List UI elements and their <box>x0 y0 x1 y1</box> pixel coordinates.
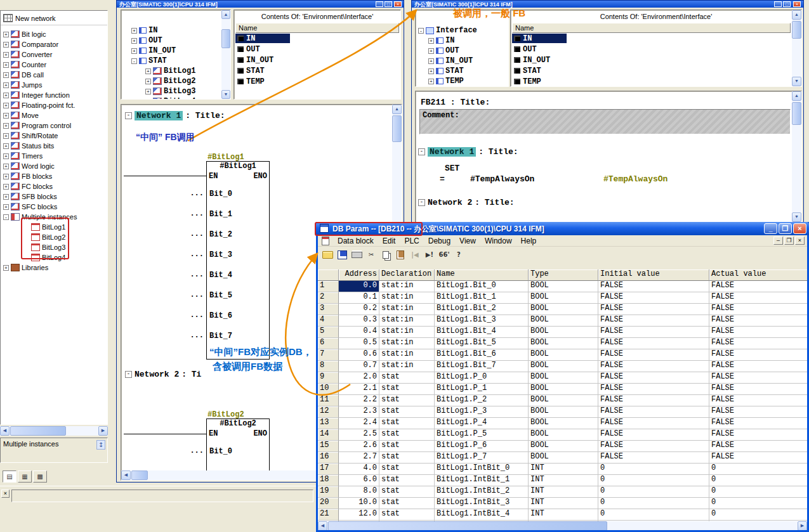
declaration-cell[interactable]: stat <box>379 384 435 395</box>
declaration-cell[interactable]: stat <box>379 452 435 464</box>
type-cell[interactable]: INT <box>529 498 598 509</box>
row-number-cell[interactable]: 4 <box>318 315 339 327</box>
scroll-right-button[interactable]: ▶ <box>798 521 807 530</box>
operand-placeholder[interactable]: ... <box>186 230 204 250</box>
row-number-cell[interactable]: 12 <box>318 406 339 418</box>
name-cell[interactable]: BitLog1.IntBit_4 <box>435 509 529 521</box>
operand-placeholder[interactable]: ... <box>186 290 204 311</box>
type-cell[interactable]: INT <box>529 486 598 498</box>
name-cell[interactable]: BitLog1.Bit_7 <box>435 361 529 372</box>
type-cell[interactable]: INT <box>529 475 598 486</box>
actual-value-cell[interactable]: FALSE <box>709 304 807 315</box>
table-row[interactable]: 19 8.0 stat BitLog1.IntBit_2 INT 0 0 <box>318 486 807 498</box>
row-number-cell[interactable]: 19 <box>318 486 339 498</box>
row-number-cell[interactable]: 13 <box>318 418 339 429</box>
name-cell[interactable]: BitLog1.Bit_2 <box>435 304 529 315</box>
expand-box[interactable]: + <box>131 38 137 44</box>
row-number-cell[interactable]: 15 <box>318 441 339 452</box>
table-row[interactable]: 9 2.0 stat BitLog1.P_0 BOOL FALSE FALSE <box>318 372 807 384</box>
fb-call-block-bitlog2[interactable]: #BitLog2 #BitLog2 EN ENO Bit_0 ... <box>206 410 270 472</box>
window-titlebar[interactable]: 办公室(SIMATIC 300(1)\CPU 314 IFM] _ □ × <box>412 1 803 8</box>
scroll-up-button[interactable]: ▲ <box>792 10 801 20</box>
contents-list-item[interactable]: OUT <box>235 44 399 55</box>
tree-item[interactable]: + Counter <box>1 60 107 70</box>
row-number-cell[interactable]: 3 <box>318 304 339 315</box>
address-cell[interactable]: 0.6 <box>339 349 379 361</box>
interface-tree-item[interactable]: + BitLog1 <box>121 66 230 76</box>
initial-value-cell[interactable]: FALSE <box>598 361 709 372</box>
print-icon[interactable] <box>350 249 364 261</box>
tree-item[interactable]: + Timers <box>1 151 107 161</box>
type-cell[interactable]: INT <box>529 464 598 475</box>
initial-value-cell[interactable]: FALSE <box>598 429 709 441</box>
scroll-right-button[interactable]: ▶ <box>98 426 108 436</box>
expand-box[interactable]: + <box>3 103 9 108</box>
tree-item[interactable]: + SFB blocks <box>1 191 107 202</box>
close-button[interactable]: × <box>793 1 801 7</box>
table-row[interactable]: 13 2.4 stat BitLog1.P_4 BOOL FALSE FALSE <box>318 418 807 429</box>
initial-value-cell[interactable]: FALSE <box>598 372 709 384</box>
actual-value-cell[interactable]: 0 <box>709 498 807 509</box>
table-row[interactable]: 21 12.0 stat BitLog1.IntBit_4 INT 0 0 <box>318 509 807 521</box>
block-input-pin[interactable]: Bit_7 <box>207 332 269 352</box>
actual-value-cell[interactable]: FALSE <box>709 418 807 429</box>
actual-value-cell[interactable]: 0 <box>709 464 807 475</box>
expand-box[interactable]: + <box>145 68 151 74</box>
table-row[interactable]: 2 0.1 stat:in BitLog1.Bit_1 BOOL FALSE F… <box>318 292 807 304</box>
save-icon[interactable] <box>335 249 349 261</box>
tree-item[interactable]: + FB blocks <box>1 171 107 181</box>
type-cell[interactable]: BOOL <box>529 349 598 361</box>
name-cell[interactable]: BitLog1.P_4 <box>435 418 529 429</box>
actual-value-cell[interactable]: FALSE <box>709 372 807 384</box>
address-cell[interactable]: 2.4 <box>339 418 379 429</box>
expand-box[interactable]: + <box>3 123 9 129</box>
row-number-cell[interactable]: 6 <box>318 338 339 349</box>
actual-value-cell[interactable]: FALSE <box>709 384 807 395</box>
close-button[interactable]: × <box>394 1 402 7</box>
expand-box[interactable]: + <box>428 68 434 74</box>
table-row[interactable]: 16 2.7 stat BitLog1.P_7 BOOL FALSE FALSE <box>318 452 807 464</box>
actual-value-cell[interactable]: FALSE <box>709 429 807 441</box>
scroll-up-button[interactable]: ▲ <box>792 91 801 101</box>
horizontal-scrollbar[interactable]: ◀ ▶ <box>0 426 108 436</box>
declaration-cell[interactable]: stat <box>379 406 435 418</box>
address-cell[interactable]: 0.5 <box>339 338 379 349</box>
tree-item[interactable]: + Comparator <box>1 39 107 49</box>
tree-item[interactable]: + Program control <box>1 120 107 131</box>
maximize-button[interactable]: □ <box>385 1 392 7</box>
scroll-up-button[interactable]: ▲ <box>392 105 402 114</box>
name-cell[interactable]: BitLog1.Bit_1 <box>435 292 529 304</box>
scroll-down-button[interactable]: ▼ <box>792 212 801 222</box>
row-number-cell[interactable]: 20 <box>318 498 339 509</box>
address-cell[interactable]: 0.7 <box>339 361 379 372</box>
declaration-cell[interactable]: stat:in <box>379 361 435 372</box>
scroll-thumb[interactable] <box>221 29 230 48</box>
contents-list-item[interactable]: OUT <box>512 44 791 55</box>
scroll-left-button[interactable]: ◀ <box>0 426 10 436</box>
table-row[interactable]: 7 0.6 stat:in BitLog1.Bit_6 BOOL FALSE F… <box>318 349 807 361</box>
stl-op-assign[interactable]: = <box>440 174 445 184</box>
view-tab-elements[interactable]: ▤ <box>3 470 16 483</box>
comment-box[interactable]: Comment: <box>419 109 791 134</box>
block-input-pin[interactable]: Bit_5 <box>207 291 269 311</box>
maximize-button[interactable]: ❐ <box>779 223 792 234</box>
expand-box[interactable]: + <box>3 164 9 169</box>
row-number-cell[interactable]: 2 <box>318 292 339 304</box>
type-cell[interactable]: BOOL <box>529 384 598 395</box>
goto-first-icon[interactable]: |◀ <box>408 249 422 261</box>
tree-item[interactable]: + Status bits <box>1 141 107 151</box>
expand-box[interactable]: - <box>131 58 137 64</box>
expand-box[interactable]: + <box>145 79 151 84</box>
block-input-pin[interactable]: Bit_3 <box>207 250 269 271</box>
expand-box[interactable]: + <box>428 79 434 84</box>
network-collapse-box[interactable] <box>418 148 425 155</box>
paste-icon[interactable] <box>393 249 407 261</box>
declaration-cell[interactable]: stat <box>379 372 435 384</box>
tree-item[interactable]: BitLog1 <box>1 222 107 232</box>
initial-value-cell[interactable]: 0 <box>598 498 709 509</box>
address-cell[interactable]: 0.1 <box>339 292 379 304</box>
operand-placeholder[interactable]: ... <box>186 209 204 230</box>
contents-list-item[interactable]: STAT <box>512 65 791 76</box>
tree-item[interactable]: + Shift/Rotate <box>1 131 107 141</box>
expand-box[interactable]: - <box>418 28 424 34</box>
